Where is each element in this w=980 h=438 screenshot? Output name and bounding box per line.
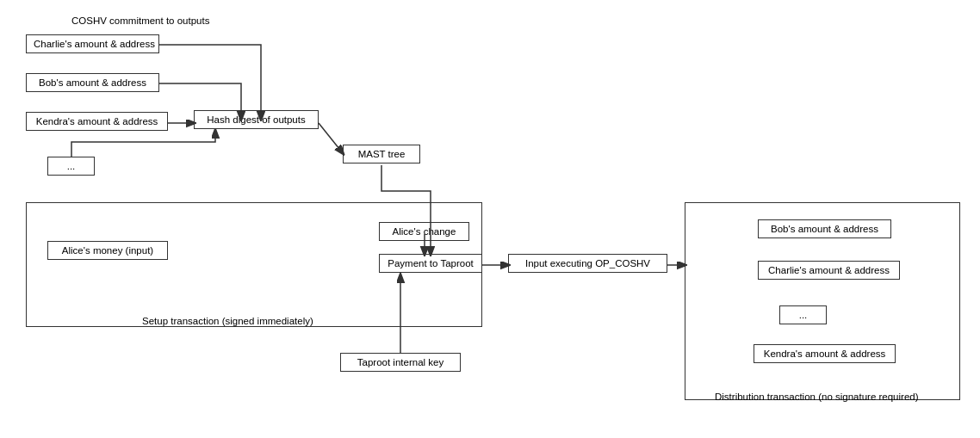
- payment-taproot-box: Payment to Taproot: [379, 254, 482, 273]
- alices-change-box: Alice's change: [379, 222, 469, 241]
- ellipsis-top-box: ...: [47, 157, 95, 176]
- header-label: COSHV commitment to outputs: [71, 15, 209, 26]
- hash-digest-box: Hash digest of outputs: [194, 110, 319, 129]
- kendras-top-box: Kendra's amount & address: [26, 112, 168, 131]
- kendras-right-box: Kendra's amount & address: [754, 344, 896, 363]
- input-executing-box: Input executing OP_COSHV: [508, 254, 667, 273]
- diagram: COSHV commitment to outputs Charlie's am…: [0, 0, 980, 438]
- mast-tree-box: MAST tree: [343, 145, 420, 163]
- charlies-right-box: Charlie's amount & address: [758, 261, 900, 280]
- svg-line-2: [319, 123, 343, 153]
- charlies-top-box: Charlie's amount & address: [26, 34, 159, 53]
- distribution-label: Distribution transaction (no signature r…: [715, 392, 919, 402]
- bobs-right-box: Bob's amount & address: [758, 219, 891, 238]
- alices-money-box: Alice's money (input): [47, 241, 168, 260]
- taproot-key-box: Taproot internal key: [340, 353, 461, 372]
- bobs-top-box: Bob's amount & address: [26, 73, 159, 92]
- setup-label: Setup transaction (signed immediately): [142, 316, 313, 326]
- ellipsis-right-box: ...: [779, 305, 827, 324]
